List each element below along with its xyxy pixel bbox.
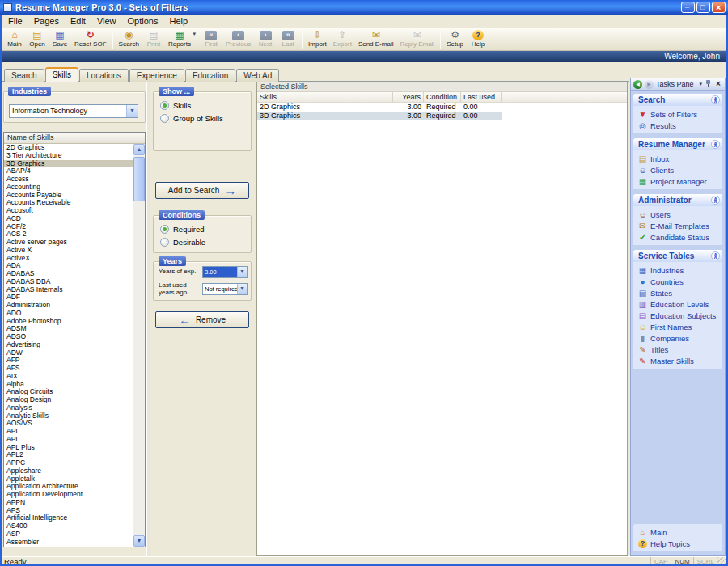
minimize-button-icon[interactable] [681, 2, 695, 13]
radio-option[interactable]: Group of Skills [154, 112, 251, 125]
toolbar-button[interactable]: Export [330, 29, 355, 50]
skill-list-item[interactable]: APL2 [4, 451, 133, 459]
tab[interactable]: Experience [129, 69, 184, 82]
skill-list-item[interactable]: ACD [4, 215, 133, 223]
skill-list-item[interactable]: APPC [4, 459, 133, 467]
tasks-pane-item[interactable]: E-Mail Templates [634, 220, 722, 231]
toolbar-button[interactable] [302, 31, 303, 49]
remove-button[interactable]: ← Remove [155, 311, 249, 328]
skill-list-item[interactable]: Application Development [4, 491, 133, 499]
tasks-pane-item[interactable]: Inbox [634, 153, 722, 164]
tab[interactable]: Search [4, 69, 44, 82]
tasks-section-header[interactable]: Resume Manager [633, 138, 722, 150]
skill-list-item[interactable]: ACS 2 [4, 230, 133, 239]
tasks-pane-item[interactable]: Titles [634, 344, 722, 355]
dropdown-arrow-icon[interactable] [126, 105, 138, 117]
toolbar-button[interactable]: Setup [443, 29, 467, 50]
skill-list-item[interactable]: ADABAS [4, 270, 133, 278]
industries-select[interactable]: Information Technology [9, 104, 138, 118]
skill-list-item[interactable]: Application Architecture [4, 483, 133, 491]
scroll-thumb[interactable] [133, 157, 145, 201]
radio-option[interactable]: Required [154, 222, 251, 235]
skill-list-item[interactable]: ACF/2 [4, 223, 133, 231]
tasks-pane-item[interactable]: Candidate Status [634, 231, 722, 243]
toolbar-button[interactable]: First [200, 29, 222, 50]
skill-list-item[interactable]: Appletalk [4, 475, 133, 484]
scroll-up-icon[interactable] [133, 144, 145, 155]
skill-list-item[interactable]: Advertising [4, 341, 133, 349]
tasks-pane-item[interactable]: Results [634, 120, 722, 131]
tab[interactable]: Skills [45, 67, 78, 82]
skill-list-item[interactable]: Accounts Payable [4, 192, 133, 200]
skill-list-item[interactable]: ActiveX [4, 255, 133, 263]
skill-list-item[interactable]: Administration [4, 302, 133, 310]
back-icon[interactable]: ◀ [633, 80, 642, 89]
tasks-pane-item[interactable]: Education Levels [634, 298, 722, 310]
skills-scrollbar[interactable] [133, 144, 145, 547]
toolbar-button[interactable]: Reset SOF [71, 29, 110, 50]
tasks-pane-item[interactable]: Main [634, 526, 722, 538]
skill-list-item[interactable]: AOS/VS [4, 420, 133, 428]
tasks-section-header[interactable]: Search [633, 94, 722, 106]
skill-list-item[interactable]: AFS [4, 365, 133, 373]
skill-list-item[interactable]: AIX [4, 373, 133, 381]
skill-list-item[interactable]: ADABAS DBA [4, 278, 133, 286]
toolbar-button[interactable]: Import [305, 29, 330, 50]
tab[interactable]: Web Ad [236, 69, 279, 82]
skill-list-item[interactable]: 3 Tier Architecture [4, 152, 133, 160]
menu-item[interactable]: File [2, 15, 28, 27]
tasks-pane-item[interactable]: Users [634, 209, 722, 220]
toolbar-button[interactable]: Previous [222, 29, 254, 50]
tasks-section-header[interactable]: Service Tables [633, 250, 722, 262]
tasks-pane-item[interactable]: Master Skills [634, 355, 722, 366]
forward-icon[interactable]: ▶ [645, 80, 654, 89]
skill-list-item[interactable]: ADF [4, 294, 133, 302]
skill-list-item[interactable]: ABAP/4 [4, 167, 133, 175]
years-field-select[interactable]: Not required [202, 283, 248, 295]
menu-item[interactable]: Help [163, 15, 193, 27]
tasks-pane-close-icon[interactable]: × [714, 79, 722, 89]
toolbar-button[interactable]: Search [116, 29, 142, 50]
tasks-section-header[interactable]: Administrator [633, 194, 722, 206]
menu-item[interactable]: Pages [28, 15, 65, 27]
column-header-years[interactable]: Years [393, 92, 424, 102]
column-header-condition[interactable]: Condition [424, 92, 461, 102]
skill-list-item[interactable]: Active server pages [4, 239, 133, 247]
tasks-pane-item[interactable]: Help Topics [634, 538, 722, 549]
skill-list-item[interactable]: Artificial Intelligence [4, 514, 133, 522]
skill-list-item[interactable]: AS400 [4, 522, 133, 530]
maximize-button-icon[interactable] [696, 2, 710, 13]
years-field-select[interactable]: 3.00 [202, 266, 248, 278]
toolbar-button[interactable]: Last [277, 29, 299, 50]
skill-list-item[interactable]: ADSM [4, 325, 133, 333]
skill-list-item[interactable]: Active X [4, 247, 133, 255]
tasks-pane-item[interactable]: States [634, 287, 722, 298]
collapse-chevron-icon[interactable] [711, 140, 720, 149]
pushpin-icon[interactable] [705, 80, 712, 88]
toolbar-button[interactable]: Help [467, 29, 489, 50]
skill-list-item[interactable]: Accounting [4, 184, 133, 192]
toolbar-button[interactable] [440, 31, 441, 49]
skill-list-item[interactable]: APS [4, 507, 133, 515]
skill-list-item[interactable]: Analog Circuits [4, 388, 133, 396]
skill-list-item[interactable]: Assembler [4, 539, 133, 547]
tasks-pane-item[interactable]: Companies [634, 332, 722, 344]
skill-list-item[interactable]: AFP [4, 357, 133, 365]
skill-list-item[interactable]: Alpha [4, 381, 133, 389]
tab[interactable]: Education [185, 69, 235, 82]
skill-list-item[interactable]: ADA [4, 262, 133, 270]
skill-list-item[interactable]: ADO [4, 310, 133, 318]
skill-list-item[interactable]: Analysis [4, 404, 133, 412]
scroll-down-icon[interactable] [133, 535, 145, 547]
tasks-pane-item[interactable]: First Names [634, 321, 722, 332]
toolbar-button[interactable]: Reports [165, 29, 194, 50]
skill-list-item[interactable]: Analytic Skills [4, 412, 133, 420]
tasks-pane-item[interactable]: Countries [634, 276, 722, 287]
tasks-pane-item[interactable]: Industries [634, 264, 722, 276]
menu-item[interactable]: View [91, 15, 122, 27]
column-header-last-used[interactable]: Last used [461, 92, 502, 102]
toolbar-button[interactable]: Open [26, 29, 49, 50]
skill-list-item[interactable]: Accusoft [4, 207, 133, 215]
skill-list-item[interactable]: 2D Graphics [4, 144, 133, 152]
collapse-chevron-icon[interactable] [711, 196, 720, 205]
